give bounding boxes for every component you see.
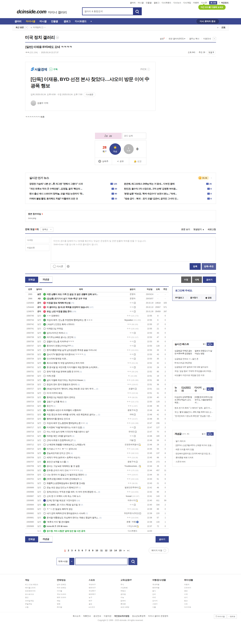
point-badge[interactable]: P34.4k	[198, 176, 209, 180]
post-title-link[interactable]: 입이s 터지긴 하려나	[47, 332, 65, 334]
post-author[interactable]: 듀란트윈스(차단)	[120, 512, 145, 515]
post-title-link[interactable]: 이 갤러리는 절.대.로 폭력을 조장하지 않습니다	[47, 306, 89, 309]
topbar-link[interactable]: 인물갤	[144, 2, 152, 4]
footer-gallery-link[interactable]: 다이어트	[184, 606, 216, 609]
footer-gallery-link[interactable]: 케이팝	[57, 606, 89, 609]
footer-gallery-link[interactable]: 수능	[120, 596, 152, 599]
recommend-button[interactable]: ★개념	[110, 143, 121, 155]
help-icon[interactable]: ?	[67, 265, 70, 268]
footer-gallery-link[interactable]: 요리	[152, 592, 184, 596]
write-button[interactable]: 글쓰기	[203, 276, 216, 283]
footer-gallery-link[interactable]: 오토바이	[184, 586, 216, 589]
post-author[interactable]: 윤통♡트통B	[120, 520, 145, 523]
nav-item-2[interactable]: 미니갤	[38, 20, 49, 22]
comment-submit-button[interactable]: 등록	[190, 263, 201, 270]
news-list-item[interactable]: 부산, '롤'로 물들인다...MSI, 6월 2025 대표 선발...	[175, 410, 214, 414]
gallery-header-link[interactable]: 설정N	[159, 38, 165, 40]
post-author[interactable]: 디시트렌드	[120, 530, 145, 532]
post-title-link[interactable]: 전두환 손자가 여기 갔네 ㅋㅋㅋㅋㅋ	[47, 469, 79, 472]
footer-gallery-link[interactable]: 공무원	[120, 592, 152, 596]
search-scope-dropdown[interactable]: 제목+내용▼	[56, 558, 74, 565]
post-author[interactable]: ㅇㅇ(115.138)	[120, 448, 145, 450]
post-author[interactable]: ㅇㅇ(121.172)	[120, 314, 145, 317]
edit-button[interactable]: 수정	[181, 276, 191, 283]
concept-next-button[interactable]: ▶	[210, 432, 214, 436]
page-number[interactable]: 2	[68, 549, 69, 552]
nav-item-4[interactable]: 갤로그	[62, 20, 73, 22]
nav-item-0[interactable]: 갤러리	[12, 20, 24, 22]
report-button[interactable]: 🔔̷신고	[129, 158, 146, 165]
recent-gallery-link[interactable]: 미국정치m✕	[33, 26, 46, 29]
scroll-right-icon[interactable]: ▶	[217, 26, 218, 28]
best-list-item[interactable]: f4 테스트글 2트(20장	[175, 361, 214, 365]
news-next-button[interactable]: ▶	[210, 388, 214, 391]
post-title-link[interactable]: 삶이 지칠때 위로가되는 계선이네 House	[47, 379, 83, 382]
post-title-link[interactable]: 판사는 그냥 ai로 대체해도 될 것 같음	[47, 465, 80, 468]
page-number[interactable]: 8	[88, 549, 90, 552]
footer-gallery-link[interactable]: 식물	[152, 606, 184, 609]
board-search-button[interactable]	[128, 558, 137, 565]
post-title-link[interactable]: 근데 이주호가 친중쪽이라고?	[47, 439, 73, 442]
post-author[interactable]: 발로만든족제비	[120, 486, 145, 489]
best-list-item[interactable]: 싱글벙글 천하의 ㅆㄴ들인 촌	[175, 357, 214, 361]
global-search-input[interactable]	[82, 8, 133, 15]
post-author[interactable]: ㅇㅇ	[120, 426, 145, 429]
comment-textarea[interactable]: 타인의 권리를 침해하거나 명예를 훼손하는 댓글은 운영원칙 및 관련 법률에…	[51, 237, 216, 262]
post-title-link[interactable]: 이거보니 ㅁㅈㄷ ㅃㄱㅇ 생각나네	[47, 448, 77, 450]
post-author[interactable]: ㅇㅇ(211.117)	[120, 336, 145, 338]
concept-prev-button[interactable]: ◀	[207, 432, 210, 436]
footer-gallery-link[interactable]: 가상화폐	[120, 586, 152, 589]
post-author[interactable]: ㅇㅇ(222.119)	[120, 478, 145, 480]
post-title-link[interactable]: korea ✿ 月 200 ⊠ news	[47, 525, 68, 528]
post-title-link[interactable]: 윤석열 대통령님도 의심해야 한다는 개병신 똥글러 필독.j...	[47, 516, 99, 519]
nav-item-1[interactable]: 마이너갤	[24, 20, 38, 22]
hot-news-more-icon[interactable]: ›	[211, 176, 212, 179]
footer-gallery-link[interactable]: 자동차	[184, 583, 216, 586]
topbar-link[interactable]: 미니갤	[137, 2, 144, 4]
site-logo[interactable]: dcinside.com 마이너 갤러리	[17, 9, 67, 15]
page-number[interactable]: 4	[75, 549, 76, 552]
tab-dcmedia[interactable]: 디시미디어	[182, 386, 192, 392]
gallery-header-link[interactable]: 연관 갤러리(0/22) ▾	[168, 38, 186, 40]
footer-gallery-link[interactable]: 리그 오브 레전드	[25, 583, 57, 586]
footer-gallery-link[interactable]: 모바일게임	[25, 599, 57, 602]
post-author[interactable]: Skywalker(211.200)	[120, 319, 145, 321]
post-title-link[interactable]: 전농파묘자료 던지고 간다	[47, 452, 70, 455]
post-title-link[interactable]: (김상훈) 전기기사 실기 '자료+특강' 모두 무료	[47, 297, 87, 300]
footer-link[interactable]: 회사소개	[73, 615, 80, 618]
post-title-link[interactable]: 좌빨특 )) 공중화장실에서 똥싸면 물 안내림	[47, 482, 85, 485]
news-prev-button[interactable]: ◀	[207, 388, 210, 391]
footer-gallery-link[interactable]: e스포츠	[89, 606, 120, 609]
attachment-filename[interactable]: zxcv.png	[28, 217, 213, 220]
topbar-link[interactable]: 갤러리	[129, 2, 137, 4]
dccon-button[interactable]: 디시콘	[50, 264, 66, 269]
post-title-link[interactable]: 야 야 아무리 봐도	[47, 392, 62, 394]
lottery-button[interactable]: 디시 로터리 응모	[196, 18, 219, 24]
subscribe-button[interactable]: +구독	[49, 68, 58, 71]
nav-item-3[interactable]: 인물갤	[49, 20, 60, 22]
post-title-link[interactable]: 독재행위 내란수괴 하루빨리 사형하라!	[47, 409, 81, 412]
topbar-link[interactable]: 디시콘	[200, 2, 208, 4]
post-title-link[interactable]: 내가 감히 예측하건대 현대글로비스 사놔라	[47, 512, 85, 515]
concept-list-item[interactable]: 딸기 케이크	[175, 439, 214, 444]
footer-gallery-link[interactable]: 국내야구	[89, 583, 120, 586]
view-post-link[interactable]: 본문 보기	[181, 228, 190, 231]
post-author[interactable]: ㅇㅇ	[120, 302, 145, 304]
footer-gallery-link[interactable]: 던전앤파이터	[25, 589, 57, 592]
night-mode-toggle[interactable]: ☾ 야간모드	[219, 2, 228, 4]
best-list-item[interactable]: 네오플이 카잔으로 게임을 만든 이유	[175, 374, 214, 378]
post-title-link[interactable]: 미정갤 정보 체계화 하는법	[47, 302, 71, 304]
post-title-link[interactable]: 한강의 한이 중국 한왕조의 한이다	[47, 383, 77, 386]
post-author[interactable]: 가발	[120, 439, 145, 442]
footer-gallery-link[interactable]: 스팀	[25, 606, 57, 609]
post-title-link[interactable]: 어제 꾼꿈	[47, 374, 55, 377]
post-author[interactable]: 운영자	[120, 293, 145, 296]
footer-gallery-link[interactable]: 국내축구	[89, 589, 120, 592]
post-author[interactable]: 진정한세계질서	[120, 443, 145, 446]
silbechu-button[interactable]: B실베추	[95, 158, 112, 165]
post-title-link[interactable]: 어떤 상황이 와도 가족 안 굶길 것 같은 생활력 강해 보이...	[47, 293, 98, 296]
footer-gallery-link[interactable]: 강아지	[152, 599, 184, 602]
topbar-link[interactable]: 이벤트	[192, 2, 200, 4]
post-author[interactable]: ㅇㅇ(129.97)	[120, 473, 145, 476]
article-origin-button[interactable]: 기사원문	[84, 92, 96, 97]
